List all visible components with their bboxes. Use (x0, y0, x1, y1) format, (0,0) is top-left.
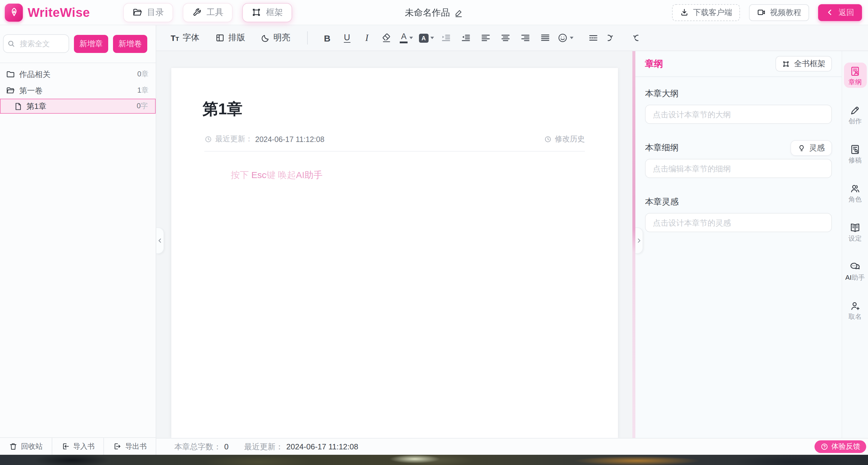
detail-outline-label: 本章细纲 (645, 143, 679, 153)
panel-splitter[interactable] (632, 51, 636, 438)
edit-pencil-icon[interactable] (454, 8, 463, 17)
clock-icon (205, 135, 212, 143)
emoji-button[interactable] (555, 28, 575, 48)
dock-item-settings[interactable]: 设定 (844, 219, 867, 244)
theme-toggle-label: 明亮 (274, 32, 290, 43)
app-logo-icon (5, 3, 23, 21)
video-tutorial-button[interactable]: 视频教程 (749, 4, 809, 21)
tree-item-label: 作品相关 (19, 69, 51, 80)
word-count-value: 0 (224, 442, 228, 451)
moon-icon (261, 33, 270, 42)
detail-outline-input[interactable] (645, 159, 832, 178)
import-icon (61, 442, 69, 451)
desktop-background-strip (0, 455, 868, 465)
align-center-button[interactable] (496, 28, 516, 48)
status-updated-label: 最近更新： (244, 441, 283, 452)
layout-icon (215, 33, 225, 43)
dock-item-revise[interactable]: 修稿 (844, 141, 867, 166)
font-color-icon: A (400, 32, 408, 43)
frame-icon (251, 7, 261, 18)
divider-lines-icon (588, 32, 599, 43)
align-center-icon (500, 32, 511, 43)
tree-item-work-related[interactable]: 作品相关 0章 (0, 66, 156, 82)
collapse-panel-handle[interactable] (636, 227, 643, 254)
chevron-down-icon (410, 37, 413, 39)
underline-icon: U (344, 33, 350, 43)
nav-frame-button[interactable]: 框架 (243, 3, 291, 21)
nav-tools-button[interactable]: 工具 (183, 3, 232, 21)
inspiration-button[interactable]: 灵感 (790, 140, 832, 156)
export-book-button[interactable]: 导出书 (104, 438, 156, 455)
tree-item-label: 第一卷 (19, 85, 43, 96)
bold-button[interactable]: B (317, 28, 337, 48)
download-client-button[interactable]: 下载客户端 (672, 4, 740, 21)
trash-icon (9, 442, 18, 451)
editor-zone: 第1章 最近更新： 2024-06-17 11:12:08 (156, 51, 868, 438)
collapse-sidebar-handle[interactable] (156, 227, 164, 254)
users-icon (849, 182, 861, 194)
chapter-title[interactable]: 第1章 (203, 99, 618, 120)
download-icon (680, 8, 689, 17)
new-chapter-button[interactable]: 新增章 (74, 35, 108, 53)
align-left-button[interactable] (476, 28, 496, 48)
app-name: WriteWise (28, 5, 90, 20)
indent-increase-icon (441, 32, 452, 43)
editor-placeholder[interactable]: 按下 Esc键 唤起AI助手 (231, 170, 618, 181)
wrench-icon (191, 7, 202, 18)
indent-increase-button[interactable] (436, 28, 456, 48)
font-icon: TT (171, 34, 179, 42)
new-volume-button[interactable]: 新增卷 (113, 35, 147, 53)
italic-button[interactable]: I (357, 28, 377, 48)
feedback-button[interactable]: 体验反馈 (814, 440, 866, 453)
undo-button[interactable] (603, 28, 623, 48)
chapter-outline-input[interactable] (645, 105, 832, 124)
book-frame-button[interactable]: 全书框架 (775, 56, 832, 71)
workspace: TT 字体 排版 明亮 B U I (156, 25, 868, 455)
dock-item-characters[interactable]: 角色 (844, 180, 867, 205)
document-page[interactable]: 第1章 最近更新： 2024-06-17 11:12:08 (171, 68, 618, 438)
tree-item-chapter-1[interactable]: 第1章 0字 (0, 99, 156, 114)
tree-item-count: 1章 (137, 85, 149, 96)
chapter-inspiration-input[interactable] (645, 213, 832, 232)
dock-item-outline[interactable]: 章纲 (844, 63, 867, 88)
work-title-text: 未命名作品 (405, 7, 450, 18)
search-input[interactable] (19, 39, 65, 49)
recycle-bin-button[interactable]: 回收站 (0, 438, 52, 455)
doc-search-icon (849, 143, 861, 155)
clear-format-button[interactable] (377, 28, 397, 48)
redo-button[interactable] (623, 28, 643, 48)
video-tutorial-label: 视频教程 (770, 7, 801, 18)
chevron-down-icon (430, 37, 434, 39)
back-label: 返回 (839, 7, 854, 18)
chapter-tree: 作品相关 0章 第一卷 1章 第1章 0字 (0, 63, 156, 114)
font-menu-button[interactable]: TT 字体 (171, 32, 199, 43)
recycle-bin-label: 回收站 (21, 441, 43, 452)
undo-icon (608, 32, 619, 43)
horizontal-rule-button[interactable] (584, 28, 603, 48)
nav-frame-label: 框架 (266, 7, 283, 18)
dock-item-label: 取名 (848, 313, 862, 320)
indent-decrease-button[interactable] (456, 28, 476, 48)
font-color-button[interactable]: A (397, 28, 416, 48)
dock-item-ai-assistant[interactable]: AI助手 (844, 258, 867, 283)
theme-toggle-button[interactable]: 明亮 (261, 32, 290, 43)
open-book-icon (849, 222, 861, 233)
nav-catalog-button[interactable]: 目录 (124, 3, 172, 21)
chat-bubbles-icon (849, 261, 861, 272)
dock-item-naming[interactable]: 取名 (844, 297, 867, 322)
sidebar-search-row: 新增章 新增卷 (0, 25, 156, 63)
chevron-left-icon (826, 8, 834, 16)
import-book-label: 导入书 (73, 441, 95, 452)
back-button[interactable]: 返回 (818, 4, 862, 21)
revision-history-button[interactable]: 修改历史 (544, 134, 585, 144)
tree-item-volume-1[interactable]: 第一卷 1章 (0, 82, 156, 99)
align-right-button[interactable] (516, 28, 535, 48)
align-justify-button[interactable] (535, 28, 555, 48)
tree-item-label: 第1章 (26, 101, 46, 112)
user-plus-icon (849, 300, 861, 311)
highlight-color-button[interactable]: A (416, 28, 436, 48)
import-book-button[interactable]: 导入书 (52, 438, 103, 455)
underline-button[interactable]: U (337, 28, 357, 48)
typeset-menu-button[interactable]: 排版 (215, 32, 245, 43)
dock-item-compose[interactable]: 创作 (844, 101, 867, 127)
